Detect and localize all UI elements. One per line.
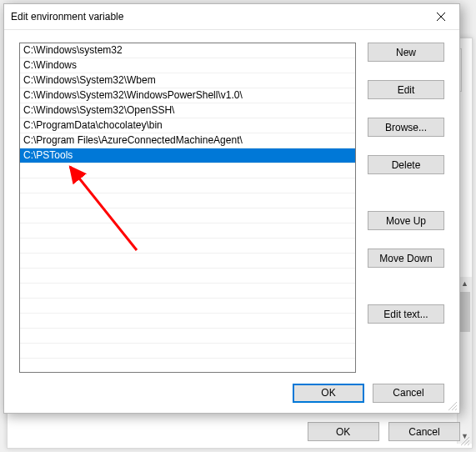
svg-line-2 [468, 444, 469, 445]
dialog-title: Edit environment variable [4, 11, 422, 23]
browse-button[interactable]: Browse... [368, 118, 444, 137]
path-row[interactable] [20, 299, 355, 314]
path-row[interactable] [20, 344, 355, 359]
move-down-button[interactable]: Move Down [368, 249, 444, 268]
side-button-column: New Edit Browse... Delete Move Up Move D… [368, 43, 444, 373]
path-row[interactable] [20, 178, 355, 193]
path-row[interactable] [20, 329, 355, 344]
path-row[interactable]: C:\Windows [20, 58, 355, 73]
path-row[interactable] [20, 163, 355, 178]
titlebar: Edit environment variable [4, 4, 459, 30]
dialog-resize-grip-icon[interactable] [446, 399, 458, 411]
path-row[interactable] [20, 254, 355, 269]
move-up-button[interactable]: Move Up [368, 211, 444, 230]
dialog-footer: OK Cancel [4, 373, 459, 413]
edit-text-button[interactable]: Edit text... [368, 304, 444, 324]
path-row[interactable]: C:\Windows\System32\OpenSSH\ [20, 103, 355, 118]
resize-grip-icon[interactable] [458, 434, 470, 446]
edit-env-var-dialog: Edit environment variable C:\Windows\sys… [3, 3, 460, 414]
delete-button[interactable]: Delete [368, 155, 444, 174]
path-row[interactable] [20, 359, 355, 373]
path-row[interactable]: C:\Program Files\AzureConnectedMachineAg… [20, 133, 355, 148]
path-listbox[interactable]: C:\Windows\system32C:\WindowsC:\Windows\… [19, 43, 356, 373]
cancel-button[interactable]: Cancel [373, 384, 444, 403]
ok-button[interactable]: OK [293, 384, 364, 403]
parent-ok-button[interactable]: OK [308, 422, 379, 441]
path-row[interactable]: C:\Windows\System32\WindowsPowerShell\v1… [20, 88, 355, 103]
close-button[interactable] [422, 4, 459, 29]
edit-button[interactable]: Edit [368, 80, 444, 99]
path-row[interactable]: C:\ProgramData\chocolatey\bin [20, 118, 355, 133]
parent-cancel-button[interactable]: Cancel [388, 422, 460, 441]
path-row[interactable] [20, 284, 355, 299]
path-row[interactable] [20, 239, 355, 254]
path-row[interactable]: C:\Windows\System32\Wbem [20, 73, 355, 88]
path-row[interactable] [20, 208, 355, 223]
new-button[interactable]: New [368, 43, 444, 62]
path-row[interactable] [20, 269, 355, 284]
svg-line-7 [455, 409, 457, 410]
path-row[interactable] [20, 193, 355, 208]
path-row[interactable] [20, 314, 355, 329]
path-row[interactable]: C:\Windows\system32 [20, 43, 355, 58]
scroll-thumb[interactable] [459, 292, 470, 332]
path-row[interactable]: C:\PSTools [20, 148, 355, 163]
close-icon [437, 13, 445, 21]
path-row[interactable] [20, 223, 355, 239]
